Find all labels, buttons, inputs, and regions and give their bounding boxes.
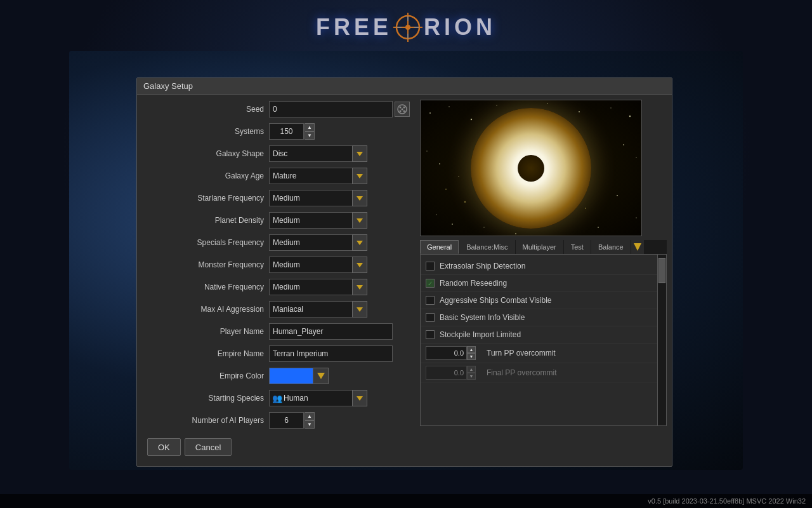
final-pp-overcommit-input[interactable] xyxy=(426,366,467,380)
final-pp-overcommit-label: Final PP overcommit xyxy=(487,368,556,377)
setting-extrasolar-checkbox[interactable] xyxy=(426,262,435,271)
galaxy-age-dropdown-wrap: Young Mature Ancient xyxy=(269,168,367,184)
specials-freq-dropdown-wrap: None Low Medium High Incredible xyxy=(269,234,367,251)
empire-color-swatch[interactable] xyxy=(269,368,313,384)
final-pp-overcommit-increment-button[interactable]: ▲ xyxy=(467,366,476,373)
native-freq-select[interactable]: None Low Medium High Incredible xyxy=(269,279,367,295)
final-pp-overcommit-decrement-button[interactable]: ▼ xyxy=(467,373,476,380)
seed-label: Seed xyxy=(142,105,269,114)
starlane-freq-row: Starlane Frequency None Low Medium High … xyxy=(142,189,415,208)
planet-density-control: None Low Medium High Incredible xyxy=(269,212,415,229)
tab-multiplayer[interactable]: Multiplayer xyxy=(516,240,563,254)
systems-input[interactable] xyxy=(269,123,304,140)
svg-marker-14 xyxy=(317,373,325,379)
native-freq-dropdown-wrap: None Low Medium High Incredible xyxy=(269,279,367,295)
turn-pp-overcommit-decrement-button[interactable]: ▼ xyxy=(467,353,476,360)
svg-point-25 xyxy=(439,163,440,164)
starlane-freq-select[interactable]: None Low Medium High Incredible xyxy=(269,190,367,206)
setting-aggressive-ships-checkbox[interactable] xyxy=(426,296,435,305)
specials-freq-control: None Low Medium High Incredible xyxy=(269,234,415,251)
logo-area: FREE RION xyxy=(0,3,812,51)
systems-spinner: ▲ ▼ xyxy=(269,123,315,140)
galaxy-center-hole xyxy=(518,155,544,182)
starlane-freq-dropdown-wrap: None Low Medium High Incredible xyxy=(269,190,367,206)
num-ai-input[interactable] xyxy=(269,412,304,429)
galaxy-shape-select[interactable]: Disc Ring Elliptical Irregular Spiral 2 … xyxy=(269,145,367,162)
galaxy-age-control: Young Mature Ancient xyxy=(269,168,415,184)
svg-point-22 xyxy=(610,107,612,109)
monster-freq-row: Monster Frequency None Low Medium High I… xyxy=(142,255,415,274)
tab-test[interactable]: Test xyxy=(564,240,591,254)
galaxy-age-row: Galaxy Age Young Mature Ancient xyxy=(142,166,415,185)
seed-input[interactable] xyxy=(269,101,393,117)
turn-pp-overcommit-spinner-buttons: ▲ ▼ xyxy=(467,346,476,360)
svg-point-29 xyxy=(617,195,618,196)
planet-density-select[interactable]: None Low Medium High Incredible xyxy=(269,212,367,229)
svg-point-17 xyxy=(471,119,472,120)
num-ai-decrement-button[interactable]: ▼ xyxy=(304,420,315,429)
setting-aggressive-ships: Aggressive Ships Combat Visible xyxy=(421,292,657,309)
svg-point-34 xyxy=(483,227,485,228)
specials-freq-row: Specials Frequency None Low Medium High … xyxy=(142,233,415,252)
systems-increment-button[interactable]: ▲ xyxy=(304,123,315,131)
empire-name-input[interactable] xyxy=(269,345,393,362)
systems-spinner-buttons: ▲ ▼ xyxy=(304,123,315,140)
settings-list: Extrasolar Ship Detection ✓ Random Resee… xyxy=(421,255,657,425)
dialog-title: Galaxy Setup xyxy=(137,78,672,95)
turn-pp-overcommit-label: Turn PP overcommit xyxy=(487,349,556,358)
starting-species-row: Starting Species 👥 Human xyxy=(142,389,415,408)
scrollbar-track xyxy=(658,255,666,425)
version-text: v0.5 [build 2023-03-21.50eff8b] MSVC 202… xyxy=(648,497,806,505)
tabs-more-button[interactable] xyxy=(631,240,644,254)
monster-freq-select[interactable]: None Low Medium High Incredible xyxy=(269,257,367,273)
starting-species-control: 👥 Human xyxy=(269,390,415,406)
dialog-buttons: OK Cancel xyxy=(142,433,415,461)
systems-control: ▲ ▼ xyxy=(269,123,415,140)
settings-scrollbar[interactable] xyxy=(657,255,666,425)
num-ai-increment-button[interactable]: ▲ xyxy=(304,412,315,420)
unchecked-icon xyxy=(427,263,433,269)
cancel-button[interactable]: Cancel xyxy=(185,438,232,456)
setting-random-reseeding-checkbox[interactable]: ✓ xyxy=(426,279,435,288)
planet-density-label: Planet Density xyxy=(142,216,269,225)
galaxy-shape-label: Galaxy Shape xyxy=(142,149,269,158)
systems-decrement-button[interactable]: ▼ xyxy=(304,131,315,140)
empire-color-picker-wrap xyxy=(269,368,329,384)
setting-basic-system-info-checkbox[interactable] xyxy=(426,313,435,322)
empire-color-control xyxy=(269,368,415,384)
setting-final-pp-overcommit: ▲ ▼ Final PP overcommit xyxy=(421,363,657,383)
svg-point-15 xyxy=(429,112,431,114)
scrollbar-thumb[interactable] xyxy=(658,258,665,283)
tab-balance[interactable]: Balance xyxy=(591,240,631,254)
random-seed-button[interactable] xyxy=(395,102,410,117)
galaxy-shape-control: Disc Ring Elliptical Irregular Spiral 2 … xyxy=(269,145,415,162)
player-name-control xyxy=(269,323,415,340)
svg-point-12 xyxy=(403,110,405,112)
starting-species-label: Starting Species xyxy=(142,394,269,403)
right-panel: General Balance:Misc Multiplayer Test Ba… xyxy=(420,100,667,461)
svg-point-30 xyxy=(436,214,437,215)
galaxy-age-select[interactable]: Young Mature Ancient xyxy=(269,168,367,184)
svg-point-20 xyxy=(547,103,548,104)
setting-basic-system-info-label: Basic System Info Visible xyxy=(440,313,525,322)
svg-point-23 xyxy=(629,116,631,117)
tab-general[interactable]: General xyxy=(420,240,459,254)
num-ai-control: ▲ ▼ xyxy=(269,412,415,429)
empire-color-dropdown-arrow-icon[interactable] xyxy=(313,368,329,384)
logo-text-rion: RION xyxy=(424,14,496,41)
svg-point-18 xyxy=(496,105,497,106)
ok-button[interactable]: OK xyxy=(147,438,181,456)
max-ai-aggression-select[interactable]: Beginner Easy Typical Competent Maniacal xyxy=(269,301,367,318)
tab-balance-misc[interactable]: Balance:Misc xyxy=(459,240,514,254)
final-pp-overcommit-spinner-buttons: ▲ ▼ xyxy=(467,366,476,380)
turn-pp-overcommit-input[interactable] xyxy=(426,346,467,360)
starting-species-select[interactable]: Human xyxy=(269,390,367,406)
svg-point-26 xyxy=(458,176,459,177)
turn-pp-overcommit-increment-button[interactable]: ▲ xyxy=(467,346,476,353)
svg-point-39 xyxy=(464,201,466,203)
max-ai-aggression-row: Max AI Aggression Beginner Easy Typical … xyxy=(142,300,415,319)
native-freq-label: Native Frequency xyxy=(142,283,269,291)
setting-stockpile-import-checkbox[interactable] xyxy=(426,330,435,339)
specials-freq-select[interactable]: None Low Medium High Incredible xyxy=(269,234,367,251)
player-name-input[interactable] xyxy=(269,323,393,340)
